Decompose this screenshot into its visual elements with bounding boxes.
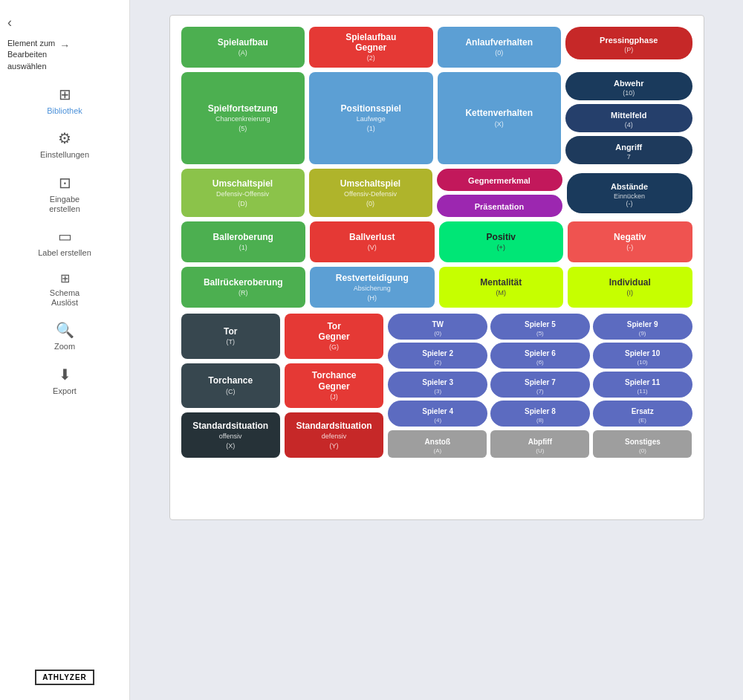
cell-sub: (T) xyxy=(226,338,235,346)
cell-individual[interactable]: Individual (I) xyxy=(568,267,692,308)
export-icon: ⬇ xyxy=(59,366,71,383)
sidebar-item-zoom[interactable]: 🔍 Zoom xyxy=(7,321,122,351)
cell-balleroberung[interactable]: Balleroberung (1) xyxy=(181,221,306,262)
cell-positionsspiel[interactable]: Positionsspiel Laufwege (1) xyxy=(309,72,433,164)
cell-sub: (1) xyxy=(239,244,247,252)
cell-title: Torchance xyxy=(208,375,253,386)
cell-torchance[interactable]: Torchance (C) xyxy=(181,363,280,409)
tor-gegner-col: TorGegner (G) TorchanceGegner (J) Standa… xyxy=(285,314,383,458)
cell-abstande[interactable]: Abstände Einnücken (-) xyxy=(567,173,692,213)
cell-spieler8[interactable]: Spieler 8 (8) xyxy=(490,401,590,427)
cell-sub: (4) xyxy=(573,121,685,129)
cell-spieler9[interactable]: Spieler 9 (9) xyxy=(593,314,692,340)
cell-abpfiff[interactable]: Abpfiff (U) xyxy=(490,430,589,458)
tor-own-col: Tor (T) Torchance (C) Standardsituation … xyxy=(181,314,280,458)
cell-sub: (A) xyxy=(239,49,247,57)
cell-title: Spielaufbau xyxy=(218,37,268,48)
cell-spieler6[interactable]: Spieler 6 (6) xyxy=(490,343,590,369)
cell-restverteidigung[interactable]: Restverteidigung Absicherung (H) xyxy=(310,267,435,308)
cell-spieler4[interactable]: Spieler 4 (4) xyxy=(388,401,487,427)
row3-left: Umschaltspiel Defensiv-Offensiv (D) Umsc… xyxy=(181,169,432,217)
cell-title: Ballverlust xyxy=(349,232,395,242)
cell-sub: Absicherung xyxy=(354,285,391,293)
schema-icon: ⊞ xyxy=(60,271,70,285)
cell-anstoss[interactable]: Anstoß (A) xyxy=(388,430,487,458)
cell-title: Mittelfeld xyxy=(611,111,646,120)
cell-spieler5[interactable]: Spieler 5 (5) xyxy=(490,314,590,340)
cell-abwehr[interactable]: Abwehr (10) xyxy=(565,72,692,100)
cell-sub: (R) xyxy=(239,289,248,297)
schema-row-1: Spielaufbau (A) SpielaufbauGegner (2) An… xyxy=(181,27,692,68)
sidebar-item-schema[interactable]: ⊞ Schema Auslöst xyxy=(7,271,122,308)
sidebar-item-export[interactable]: ⬇ Export xyxy=(7,366,122,396)
bottom-pills: Anstoß (A) Abpfiff (U) Sonstiges (0) xyxy=(388,430,692,458)
cell-spielaufbau-own[interactable]: Spielaufbau (A) xyxy=(181,27,305,68)
bibliothek-icon: ⊞ xyxy=(59,85,71,103)
cell-spieler7[interactable]: Spieler 7 (7) xyxy=(490,372,590,398)
cell-ersatz[interactable]: Ersatz (E) xyxy=(593,401,692,427)
row2-main: Spielfortsetzung Chancenkreierung (5) Po… xyxy=(181,72,562,164)
sidebar-item-einstellungen[interactable]: ⚙ Einstellungen xyxy=(7,129,122,160)
cell-ballruckeroberung[interactable]: Ballrückeroberung (R) xyxy=(181,267,306,308)
sidebar-item-label[interactable]: ▭ Label erstellen xyxy=(7,227,122,258)
cell-pressingphase[interactable]: Pressingphase (P) xyxy=(565,27,692,59)
players-section: TW (0) Spieler 5 (5) Spieler 9 (9) Spi xyxy=(388,314,692,458)
sidebar-item-bibliothek[interactable]: ⊞ Bibliothek xyxy=(7,85,122,116)
cell-sonstiges[interactable]: Sonstiges (0) xyxy=(593,430,692,458)
cell-mentalitat[interactable]: Mentalität (M) xyxy=(439,267,564,308)
cell-anlaufverhalten[interactable]: Anlaufverhalten (0) xyxy=(438,27,562,68)
back-arrow-icon[interactable]: ‹ xyxy=(7,15,12,30)
cell-spielfortsetzung[interactable]: Spielfortsetzung Chancenkreierung (5) xyxy=(181,72,305,164)
cell-sub: (I) xyxy=(627,289,634,297)
sidebar-item-label: Einstellungen xyxy=(40,150,89,160)
gear-icon: ⚙ xyxy=(58,129,71,147)
zoom-icon: 🔍 xyxy=(56,321,74,339)
cell-title: TorGegner xyxy=(319,321,350,343)
cell-title: Individual xyxy=(609,277,651,288)
sidebar-item-label: Export xyxy=(53,386,77,396)
cell-title: Standardsituation xyxy=(296,421,372,431)
cell-gegnermerkmal[interactable]: Gegnermerkmal xyxy=(437,169,562,191)
cell-praesentation[interactable]: Präsentation xyxy=(437,195,562,217)
cell-sub: (G) xyxy=(329,343,339,351)
cell-umschaltspiel-def[interactable]: Umschaltspiel Defensiv-Offensiv (D) xyxy=(181,169,305,217)
canvas-area: Spielaufbau (A) SpielaufbauGegner (2) An… xyxy=(169,15,704,520)
cell-spielaufbau-gegner[interactable]: SpielaufbauGegner (2) xyxy=(309,27,433,68)
cell-torchance-gegner[interactable]: TorchanceGegner (J) xyxy=(285,363,383,409)
cell-sub: (J) xyxy=(330,393,338,401)
cell-umschaltspiel-off[interactable]: Umschaltspiel Offensiv-Defensiv (0) xyxy=(309,169,432,217)
cell-mittelfeld[interactable]: Mittelfeld (4) xyxy=(565,104,692,132)
cell-angriff[interactable]: Angriff 7 xyxy=(565,136,692,164)
row1-main: Spielaufbau (A) SpielaufbauGegner (2) An… xyxy=(181,27,562,68)
cell-sub2: (X) xyxy=(226,442,235,450)
cell-tor-gegner[interactable]: TorGegner (G) xyxy=(285,314,383,359)
cell-ballverlust[interactable]: Ballverlust (V) xyxy=(310,221,435,262)
cell-tw[interactable]: TW (0) xyxy=(388,314,487,340)
sidebar: ‹ Element zum Bearbeiten auswählen → ⊞ B… xyxy=(0,0,130,700)
cell-title: Mentalität xyxy=(480,277,522,288)
cell-sub: Offensiv-Defensiv xyxy=(344,190,397,198)
cell-sub: (+) xyxy=(497,244,505,252)
players-grid: TW (0) Spieler 5 (5) Spieler 9 (9) Spi xyxy=(388,314,692,427)
cell-sub: (P) xyxy=(573,46,685,54)
cell-standardsituation-off[interactable]: Standardsituation offensiv (X) xyxy=(181,412,280,458)
sidebar-item-eingabe[interactable]: ⊡ Eingabe erstellen xyxy=(7,174,122,214)
element-bearbeiten-text: Element zum Bearbeiten auswählen xyxy=(7,38,55,72)
cell-title: Angriff xyxy=(615,143,642,152)
bottom-left: Tor (T) Torchance (C) Standardsituation … xyxy=(181,314,384,458)
cell-sub: (10) xyxy=(573,89,685,97)
cell-spieler10[interactable]: Spieler 10 (10) xyxy=(593,343,692,369)
cell-title: Restverteidigung xyxy=(336,273,409,283)
cell-kettenverhalten[interactable]: Kettenverhalten (X) xyxy=(438,72,562,164)
row3-right: Abstände Einnücken (-) xyxy=(567,169,692,217)
cell-tor[interactable]: Tor (T) xyxy=(181,314,280,359)
cell-negativ[interactable]: Negativ (-) xyxy=(568,221,692,262)
cell-spieler2[interactable]: Spieler 2 (2) xyxy=(388,343,487,369)
cell-positiv[interactable]: Positiv (+) xyxy=(439,221,564,262)
cell-title: Spielfortsetzung xyxy=(208,103,278,114)
cell-sub: Defensiv-Offensiv xyxy=(216,190,269,198)
cell-spieler3[interactable]: Spieler 3 (3) xyxy=(388,372,487,398)
cell-standardsituation-def[interactable]: Standardsituation defensiv (Y) xyxy=(285,412,383,458)
cell-title: Anlaufverhalten xyxy=(465,37,533,48)
cell-spieler11[interactable]: Spieler 11 (11) xyxy=(593,372,692,398)
